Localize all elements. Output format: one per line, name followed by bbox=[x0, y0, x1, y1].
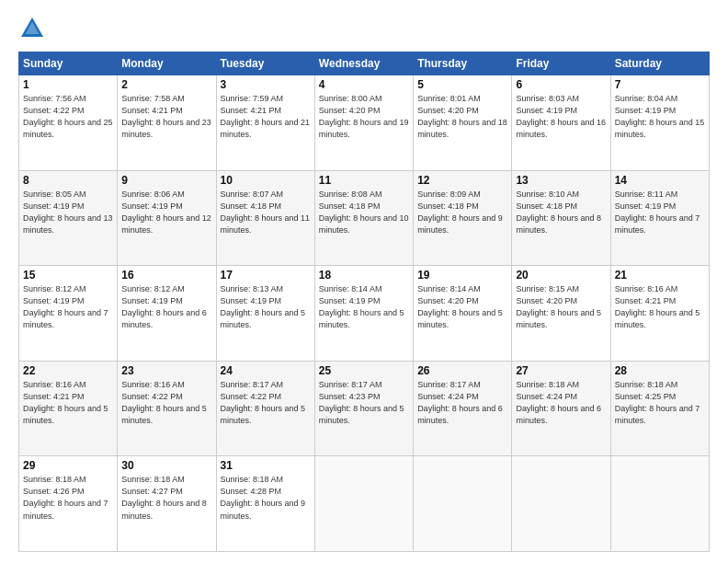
calendar-day-header: Tuesday bbox=[216, 52, 314, 75]
calendar-cell bbox=[414, 456, 512, 552]
day-number: 24 bbox=[221, 364, 311, 377]
day-number: 13 bbox=[516, 174, 606, 187]
day-number: 31 bbox=[221, 459, 311, 472]
day-number: 21 bbox=[615, 269, 705, 282]
calendar-cell: 29 Sunrise: 8:18 AM Sunset: 4:26 PM Dayl… bbox=[19, 456, 118, 552]
cell-info: Sunrise: 8:18 AM Sunset: 4:27 PM Dayligh… bbox=[121, 474, 211, 522]
cell-info: Sunrise: 8:16 AM Sunset: 4:22 PM Dayligh… bbox=[121, 379, 211, 427]
day-number: 11 bbox=[319, 174, 409, 187]
cell-info: Sunrise: 8:13 AM Sunset: 4:19 PM Dayligh… bbox=[221, 283, 311, 331]
cell-info: Sunrise: 8:01 AM Sunset: 4:20 PM Dayligh… bbox=[417, 93, 507, 141]
cell-info: Sunrise: 8:15 AM Sunset: 4:20 PM Dayligh… bbox=[516, 283, 606, 331]
calendar-week-row: 8 Sunrise: 8:05 AM Sunset: 4:19 PM Dayli… bbox=[19, 170, 710, 266]
cell-info: Sunrise: 8:08 AM Sunset: 4:18 PM Dayligh… bbox=[319, 189, 409, 236]
calendar-cell bbox=[512, 456, 610, 552]
calendar-cell: 14 Sunrise: 8:11 AM Sunset: 4:19 PM Dayl… bbox=[610, 170, 709, 266]
day-number: 19 bbox=[417, 269, 507, 282]
calendar-cell: 11 Sunrise: 8:08 AM Sunset: 4:18 PM Dayl… bbox=[314, 170, 413, 266]
calendar-cell: 6 Sunrise: 8:03 AM Sunset: 4:19 PM Dayli… bbox=[512, 75, 610, 171]
calendar-cell: 21 Sunrise: 8:16 AM Sunset: 4:21 PM Dayl… bbox=[610, 266, 709, 362]
cell-info: Sunrise: 8:17 AM Sunset: 4:23 PM Dayligh… bbox=[319, 379, 409, 427]
calendar-cell: 13 Sunrise: 8:10 AM Sunset: 4:18 PM Dayl… bbox=[512, 170, 610, 266]
cell-info: Sunrise: 7:58 AM Sunset: 4:21 PM Dayligh… bbox=[121, 93, 211, 141]
calendar-table: SundayMondayTuesdayWednesdayThursdayFrid… bbox=[18, 52, 710, 552]
header bbox=[18, 15, 710, 42]
calendar-cell bbox=[314, 456, 413, 552]
calendar-day-header: Thursday bbox=[414, 52, 512, 75]
day-number: 8 bbox=[23, 174, 113, 187]
calendar-week-row: 15 Sunrise: 8:12 AM Sunset: 4:19 PM Dayl… bbox=[19, 266, 710, 362]
day-number: 10 bbox=[221, 174, 311, 187]
calendar-header-row: SundayMondayTuesdayWednesdayThursdayFrid… bbox=[19, 52, 710, 75]
calendar-cell: 10 Sunrise: 8:07 AM Sunset: 4:18 PM Dayl… bbox=[216, 170, 314, 266]
day-number: 22 bbox=[23, 364, 113, 377]
cell-info: Sunrise: 8:16 AM Sunset: 4:21 PM Dayligh… bbox=[615, 283, 705, 331]
day-number: 4 bbox=[319, 78, 409, 91]
calendar-cell: 23 Sunrise: 8:16 AM Sunset: 4:22 PM Dayl… bbox=[118, 361, 216, 456]
cell-info: Sunrise: 8:07 AM Sunset: 4:18 PM Dayligh… bbox=[221, 189, 311, 236]
day-number: 3 bbox=[221, 78, 311, 91]
day-number: 17 bbox=[221, 269, 311, 282]
calendar-cell: 19 Sunrise: 8:14 AM Sunset: 4:20 PM Dayl… bbox=[414, 266, 512, 362]
cell-info: Sunrise: 7:56 AM Sunset: 4:22 PM Dayligh… bbox=[23, 93, 113, 141]
cell-info: Sunrise: 8:17 AM Sunset: 4:24 PM Dayligh… bbox=[417, 379, 507, 427]
day-number: 16 bbox=[121, 269, 211, 282]
calendar-cell: 25 Sunrise: 8:17 AM Sunset: 4:23 PM Dayl… bbox=[314, 361, 413, 456]
calendar-cell: 26 Sunrise: 8:17 AM Sunset: 4:24 PM Dayl… bbox=[414, 361, 512, 456]
calendar-cell: 24 Sunrise: 8:17 AM Sunset: 4:22 PM Dayl… bbox=[216, 361, 314, 456]
day-number: 1 bbox=[23, 78, 113, 91]
page: SundayMondayTuesdayWednesdayThursdayFrid… bbox=[0, 0, 728, 563]
day-number: 12 bbox=[417, 174, 507, 187]
calendar-cell: 12 Sunrise: 8:09 AM Sunset: 4:18 PM Dayl… bbox=[414, 170, 512, 266]
cell-info: Sunrise: 8:12 AM Sunset: 4:19 PM Dayligh… bbox=[23, 283, 113, 331]
day-number: 30 bbox=[121, 459, 211, 472]
calendar-day-header: Friday bbox=[512, 52, 610, 75]
day-number: 6 bbox=[516, 78, 606, 91]
calendar-cell: 1 Sunrise: 7:56 AM Sunset: 4:22 PM Dayli… bbox=[19, 75, 118, 171]
day-number: 25 bbox=[319, 364, 409, 377]
calendar-day-header: Saturday bbox=[610, 52, 709, 75]
cell-info: Sunrise: 8:18 AM Sunset: 4:25 PM Dayligh… bbox=[615, 379, 705, 427]
calendar-cell: 28 Sunrise: 8:18 AM Sunset: 4:25 PM Dayl… bbox=[610, 361, 709, 456]
cell-info: Sunrise: 8:00 AM Sunset: 4:20 PM Dayligh… bbox=[319, 93, 409, 141]
day-number: 9 bbox=[121, 174, 211, 187]
cell-info: Sunrise: 8:12 AM Sunset: 4:19 PM Dayligh… bbox=[121, 283, 211, 331]
day-number: 29 bbox=[23, 459, 113, 472]
cell-info: Sunrise: 8:18 AM Sunset: 4:24 PM Dayligh… bbox=[516, 379, 606, 427]
calendar-day-header: Monday bbox=[118, 52, 216, 75]
day-number: 26 bbox=[417, 364, 507, 377]
calendar-day-header: Wednesday bbox=[314, 52, 413, 75]
day-number: 14 bbox=[615, 174, 705, 187]
cell-info: Sunrise: 8:03 AM Sunset: 4:19 PM Dayligh… bbox=[516, 93, 606, 141]
calendar-week-row: 29 Sunrise: 8:18 AM Sunset: 4:26 PM Dayl… bbox=[19, 456, 710, 552]
day-number: 7 bbox=[615, 78, 705, 91]
calendar-cell: 2 Sunrise: 7:58 AM Sunset: 4:21 PM Dayli… bbox=[118, 75, 216, 171]
day-number: 23 bbox=[121, 364, 211, 377]
calendar-cell: 3 Sunrise: 7:59 AM Sunset: 4:21 PM Dayli… bbox=[216, 75, 314, 171]
day-number: 5 bbox=[417, 78, 507, 91]
calendar-cell: 17 Sunrise: 8:13 AM Sunset: 4:19 PM Dayl… bbox=[216, 266, 314, 362]
logo-icon bbox=[18, 15, 46, 42]
calendar-cell: 22 Sunrise: 8:16 AM Sunset: 4:21 PM Dayl… bbox=[19, 361, 118, 456]
cell-info: Sunrise: 8:18 AM Sunset: 4:26 PM Dayligh… bbox=[23, 474, 113, 522]
calendar-day-header: Sunday bbox=[19, 52, 118, 75]
cell-info: Sunrise: 8:11 AM Sunset: 4:19 PM Dayligh… bbox=[615, 189, 705, 236]
cell-info: Sunrise: 8:04 AM Sunset: 4:19 PM Dayligh… bbox=[615, 93, 705, 141]
day-number: 28 bbox=[615, 364, 705, 377]
calendar-cell: 4 Sunrise: 8:00 AM Sunset: 4:20 PM Dayli… bbox=[314, 75, 413, 171]
day-number: 2 bbox=[121, 78, 211, 91]
logo bbox=[18, 15, 50, 42]
cell-info: Sunrise: 8:14 AM Sunset: 4:20 PM Dayligh… bbox=[417, 283, 507, 331]
cell-info: Sunrise: 8:18 AM Sunset: 4:28 PM Dayligh… bbox=[221, 474, 311, 522]
cell-info: Sunrise: 8:16 AM Sunset: 4:21 PM Dayligh… bbox=[23, 379, 113, 427]
day-number: 27 bbox=[516, 364, 606, 377]
day-number: 18 bbox=[319, 269, 409, 282]
calendar-cell: 18 Sunrise: 8:14 AM Sunset: 4:19 PM Dayl… bbox=[314, 266, 413, 362]
cell-info: Sunrise: 8:17 AM Sunset: 4:22 PM Dayligh… bbox=[221, 379, 311, 427]
calendar-cell: 30 Sunrise: 8:18 AM Sunset: 4:27 PM Dayl… bbox=[118, 456, 216, 552]
calendar-cell: 7 Sunrise: 8:04 AM Sunset: 4:19 PM Dayli… bbox=[610, 75, 709, 171]
calendar-cell: 31 Sunrise: 8:18 AM Sunset: 4:28 PM Dayl… bbox=[216, 456, 314, 552]
calendar-cell: 8 Sunrise: 8:05 AM Sunset: 4:19 PM Dayli… bbox=[19, 170, 118, 266]
cell-info: Sunrise: 8:09 AM Sunset: 4:18 PM Dayligh… bbox=[417, 189, 507, 236]
calendar-cell: 15 Sunrise: 8:12 AM Sunset: 4:19 PM Dayl… bbox=[19, 266, 118, 362]
